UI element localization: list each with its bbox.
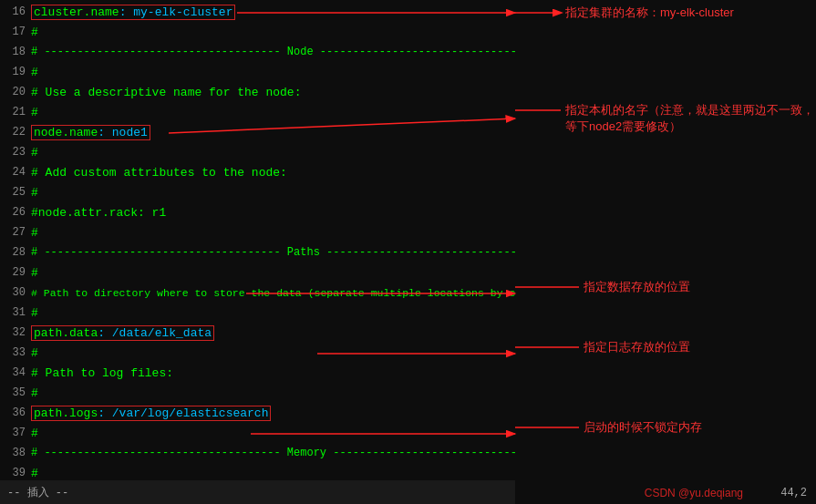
code-text: #: [31, 427, 38, 440]
code-line-17: 17 #: [0, 22, 515, 42]
annotation-panel: 指定集群的名称：my-elk-cluster 指定本机的名字（注意，就是这里两边…: [515, 0, 816, 504]
line-num: 22: [0, 126, 26, 139]
code-line-33: 33 #: [0, 343, 515, 363]
line-num: 25: [0, 186, 26, 199]
node-name-highlight: node.name: node1: [31, 125, 150, 140]
code-text: #: [31, 26, 38, 39]
line-num: 27: [0, 226, 26, 239]
code-text: # Path to log files:: [31, 366, 173, 380]
code-text: #: [31, 66, 38, 79]
code-line-16: 16 cluster.name: my-elk-cluster: [0, 2, 515, 22]
line-num: 37: [0, 427, 26, 439]
code-line-21: 21 #: [0, 102, 515, 122]
line-num: 29: [0, 266, 26, 279]
code-line-31: 31 #: [0, 303, 515, 323]
code-line-32: 32 path.data: /data/elk_data: [0, 323, 515, 343]
line-num: 39: [0, 467, 26, 479]
code-line-28: 28 # -----------------------------------…: [0, 242, 515, 262]
line-num: 35: [0, 386, 26, 399]
code-text: # Use a descriptive name for the node:: [31, 86, 301, 99]
code-text: #: [31, 226, 38, 240]
line-num: 34: [0, 366, 26, 379]
code-text: node.name: node1: [31, 126, 150, 139]
path-data-highlight: path.data: /data/elk_data: [31, 325, 214, 341]
annotation-cluster-name: 指定集群的名称：my-elk-cluster: [565, 5, 734, 21]
code-text: # ------------------------------------ P…: [31, 246, 515, 259]
annotation-node-name-2: 等下node2需要修改）: [565, 118, 681, 135]
code-line-36: 36 path.logs: /var/log/elasticsearch: [0, 403, 515, 423]
line-num: 24: [0, 166, 26, 179]
line-num: 16: [0, 5, 26, 18]
cluster-name-highlight: cluster.name: my-elk-cluster: [31, 5, 235, 20]
code-text: path.data: /data/elk_data: [31, 326, 214, 340]
code-line-30: 30 # Path to directory where to store th…: [0, 283, 515, 303]
code-text: #: [31, 186, 38, 200]
line-col-indicator: 44,2: [780, 487, 807, 499]
line-num: 20: [0, 86, 26, 98]
code-line-19: 19 #: [0, 62, 515, 82]
line-num: 19: [0, 66, 26, 78]
code-line-26: 26 #node.attr.rack: r1: [0, 202, 515, 222]
line-num: 33: [0, 346, 26, 359]
line-num: 23: [0, 146, 26, 159]
code-text: path.logs: /var/log/elasticsearch: [31, 406, 271, 420]
code-text: #: [31, 146, 38, 159]
code-text: #node.attr.rack: r1: [31, 206, 166, 220]
annotation-path-data: 指定数据存放的位置: [584, 279, 690, 295]
annotation-path-logs: 指定日志存放的位置: [584, 339, 690, 355]
code-text: #: [31, 467, 38, 480]
line-num: 26: [0, 206, 26, 219]
code-line-25: 25 #: [0, 182, 515, 202]
main-container: 16 cluster.name: my-elk-cluster 17 # 18 …: [0, 0, 816, 504]
code-text: # Path to directory where to store the d…: [31, 287, 515, 299]
code-line-24: 24 # Add custom attributes to the node:: [0, 162, 515, 182]
annotation-bootstrap: 启动的时候不锁定内存: [584, 419, 702, 436]
code-text: #: [31, 266, 38, 280]
code-line-18: 18 # -----------------------------------…: [0, 42, 515, 62]
line-num: 38: [0, 447, 26, 459]
annotation-node-name: 指定本机的名字（注意，就是这里两边不一致，: [565, 102, 814, 118]
line-num: 21: [0, 106, 26, 118]
line-num: 30: [0, 286, 26, 299]
code-text: cluster.name: my-elk-cluster: [31, 5, 235, 19]
status-bar: -- 插入 --: [0, 480, 515, 504]
code-text: # Add custom attributes to the node:: [31, 166, 287, 180]
code-text: # ------------------------------------ N…: [31, 46, 515, 58]
line-num: 28: [0, 246, 26, 259]
line-num: 31: [0, 306, 26, 319]
code-text: #: [31, 346, 38, 360]
csdn-badge: CSDN @yu.deqiang: [645, 487, 743, 499]
code-text: #: [31, 386, 38, 400]
insert-mode: -- 插入 --: [7, 485, 68, 500]
code-line-27: 27 #: [0, 222, 515, 242]
line-num: 18: [0, 46, 26, 58]
line-num: 32: [0, 326, 26, 339]
code-line-35: 35 #: [0, 383, 515, 403]
path-logs-highlight: path.logs: /var/log/elasticsearch: [31, 406, 271, 421]
code-line-20: 20 # Use a descriptive name for the node…: [0, 82, 515, 102]
code-line-38: 38 # -----------------------------------…: [0, 443, 515, 463]
code-line-23: 23 #: [0, 142, 515, 162]
line-num: 36: [0, 406, 26, 419]
line-num: 17: [0, 26, 26, 38]
code-line-34: 34 # Path to log files:: [0, 363, 515, 383]
code-text: # ------------------------------------ M…: [31, 447, 515, 459]
code-panel: 16 cluster.name: my-elk-cluster 17 # 18 …: [0, 0, 515, 504]
code-text: #: [31, 106, 38, 119]
code-line-22: 22 node.name: node1: [0, 122, 515, 142]
code-text: #: [31, 306, 38, 320]
code-line-29: 29 #: [0, 262, 515, 283]
code-line-37: 37 #: [0, 423, 515, 443]
